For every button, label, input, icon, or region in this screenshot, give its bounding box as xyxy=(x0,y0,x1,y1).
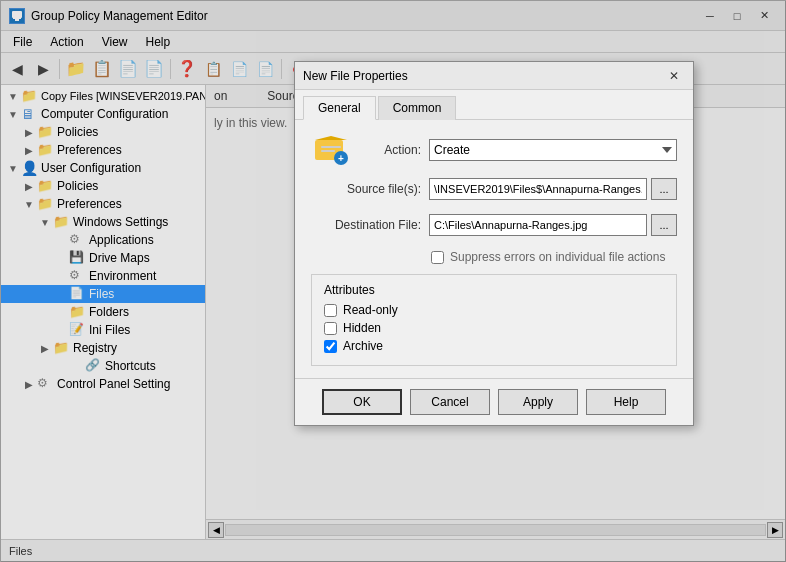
cancel-button[interactable]: Cancel xyxy=(410,389,490,415)
action-section: + Action: Create Replace Update Delete xyxy=(311,132,677,168)
suppress-row: Suppress errors on individual file actio… xyxy=(311,250,677,264)
action-icon: + xyxy=(311,132,351,168)
apply-button[interactable]: Apply xyxy=(498,389,578,415)
hidden-checkbox[interactable] xyxy=(324,322,337,335)
dest-browse-button[interactable]: ... xyxy=(651,214,677,236)
attributes-title: Attributes xyxy=(324,283,664,297)
action-label: Action: xyxy=(361,143,421,157)
source-label: Source file(s): xyxy=(311,182,421,196)
archive-checkbox[interactable] xyxy=(324,340,337,353)
dest-row: Destination File: ... xyxy=(311,214,677,236)
source-row: Source file(s): ... xyxy=(311,178,677,200)
modal-title: New File Properties xyxy=(303,69,408,83)
readonly-item: Read-only xyxy=(324,303,664,317)
ok-button[interactable]: OK xyxy=(322,389,402,415)
svg-rect-7 xyxy=(321,150,335,152)
source-input[interactable] xyxy=(429,178,647,200)
hidden-label: Hidden xyxy=(343,321,381,335)
action-select[interactable]: Create Replace Update Delete xyxy=(429,139,677,161)
suppress-label: Suppress errors on individual file actio… xyxy=(450,250,665,264)
modal-overlay: New File Properties ✕ General Common xyxy=(1,1,786,562)
modal-dialog: New File Properties ✕ General Common xyxy=(294,61,694,426)
readonly-checkbox[interactable] xyxy=(324,304,337,317)
tab-common[interactable]: Common xyxy=(378,96,457,120)
dest-label: Destination File: xyxy=(311,218,421,232)
archive-label: Archive xyxy=(343,339,383,353)
help-button[interactable]: Help xyxy=(586,389,666,415)
action-row: Action: Create Replace Update Delete xyxy=(361,139,677,161)
svg-text:+: + xyxy=(338,153,344,164)
modal-body: + Action: Create Replace Update Delete xyxy=(295,120,693,378)
modal-footer: OK Cancel Apply Help xyxy=(295,378,693,425)
suppress-checkbox[interactable] xyxy=(431,251,444,264)
svg-rect-6 xyxy=(321,146,341,148)
modal-close-button[interactable]: ✕ xyxy=(663,67,685,85)
source-browse-button[interactable]: ... xyxy=(651,178,677,200)
tab-general[interactable]: General xyxy=(303,96,376,120)
hidden-item: Hidden xyxy=(324,321,664,335)
svg-marker-5 xyxy=(315,136,347,140)
dest-input[interactable] xyxy=(429,214,647,236)
readonly-label: Read-only xyxy=(343,303,398,317)
attributes-group: Attributes Read-only Hidden Archive xyxy=(311,274,677,366)
tab-bar: General Common xyxy=(295,90,693,120)
modal-title-bar: New File Properties ✕ xyxy=(295,62,693,90)
archive-item: Archive xyxy=(324,339,664,353)
